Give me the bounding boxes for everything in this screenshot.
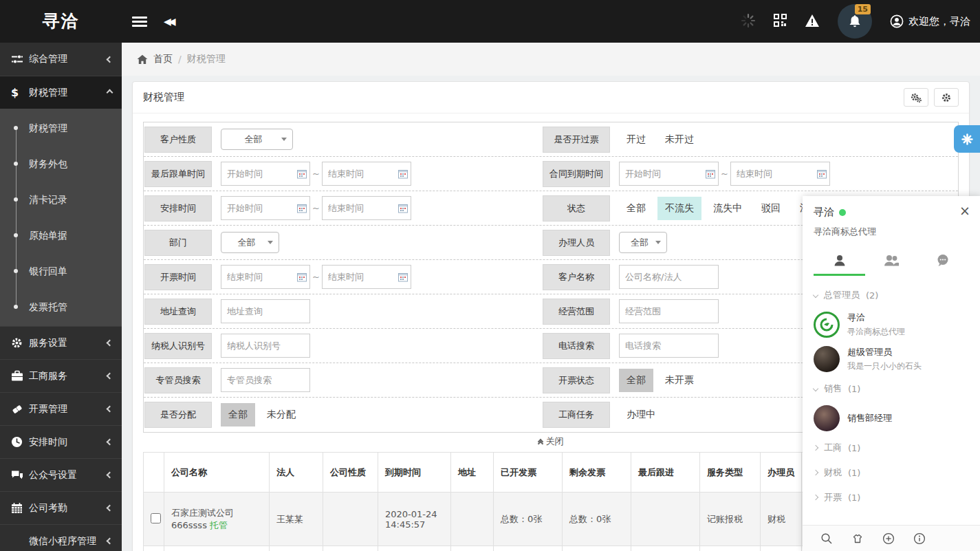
- double-back-icon[interactable]: ◀◀: [164, 16, 173, 27]
- sidebar-item-finance-tax[interactable]: $ 财税管理: [0, 76, 122, 109]
- sidebar: 综合管理 $ 财税管理 财税管理 财务外包 清卡记录 原始单据 银行回单 发票托…: [0, 43, 122, 551]
- taxpayer-id-input[interactable]: [221, 334, 310, 358]
- floating-widget-button[interactable]: [954, 125, 980, 153]
- col-handler: 办理员: [761, 453, 802, 493]
- shirt-icon[interactable]: [851, 533, 864, 544]
- cogs-button[interactable]: [904, 88, 928, 107]
- gear-icon: [11, 337, 29, 349]
- breadcrumb-current: 财税管理: [187, 53, 226, 65]
- caret-down-icon: [281, 138, 287, 141]
- option-invoice-status-none[interactable]: 未开票: [657, 369, 701, 392]
- group-business[interactable]: 工商 (1): [803, 435, 980, 460]
- customer-name-input[interactable]: [619, 265, 719, 289]
- calendar-picker-icon[interactable]: [297, 169, 307, 179]
- submenu-item-original-documents[interactable]: 原始单据: [0, 217, 122, 253]
- calendar-picker-icon[interactable]: [297, 272, 307, 282]
- calendar-picker-icon[interactable]: [398, 272, 408, 282]
- supervisor-search-input[interactable]: [221, 368, 310, 392]
- chat-member[interactable]: 销售部经理: [803, 401, 980, 435]
- warning-icon[interactable]: [805, 14, 820, 30]
- chat-bubble-icon: [936, 254, 950, 267]
- sidebar-item-official-account-settings[interactable]: 公众号设置: [0, 458, 122, 491]
- address-query-input[interactable]: [221, 299, 310, 323]
- option-task-processing[interactable]: 办理中: [619, 403, 663, 426]
- row-checkbox[interactable]: [151, 513, 161, 523]
- sidebar-item-wechat-miniprogram[interactable]: 微信小程序管理: [0, 524, 122, 551]
- submenu-item-finance-tax[interactable]: 财税管理: [0, 110, 122, 146]
- option-status-losing[interactable]: 流失中: [706, 197, 750, 220]
- filter-label-department: 部门: [144, 230, 212, 256]
- option-invoiced-no[interactable]: 未开过: [657, 128, 701, 151]
- handler-person-select[interactable]: 全部: [619, 232, 667, 253]
- sidebar-item-schedule-time[interactable]: 安排时间: [0, 425, 122, 458]
- option-unassigned[interactable]: 未分配: [259, 403, 303, 426]
- plus-circle-icon[interactable]: [882, 532, 895, 545]
- sliders-icon: [11, 53, 29, 65]
- chat-footer: [803, 525, 980, 551]
- sidebar-item-company-attendance[interactable]: 公司考勤: [0, 491, 122, 524]
- calendar-picker-icon[interactable]: [706, 169, 715, 179]
- contract-expire-start-input[interactable]: [619, 162, 719, 186]
- sidebar-item-business-services[interactable]: 工商服务: [0, 359, 122, 392]
- tab-contacts[interactable]: [814, 248, 865, 276]
- customer-nature-select[interactable]: 全部: [221, 129, 293, 150]
- filter-label-supervisor-search: 专管员搜索: [144, 367, 212, 393]
- phone-search-input[interactable]: [619, 334, 719, 358]
- cell-last-follow: [631, 493, 700, 546]
- gear-icon: [941, 93, 951, 102]
- double-chevron-up-icon: [538, 440, 543, 444]
- info-circle-icon[interactable]: [913, 532, 926, 545]
- sidebar-item-service-settings[interactable]: 服务设置: [0, 326, 122, 359]
- breadcrumb-home[interactable]: 首页: [153, 53, 173, 65]
- option-status-all[interactable]: 全部: [619, 197, 653, 220]
- submenu-item-finance-outsourcing[interactable]: 财务外包: [0, 146, 122, 182]
- group-invoicing[interactable]: 开票 (1): [803, 485, 980, 510]
- department-select[interactable]: 全部: [221, 232, 279, 253]
- qr-code-icon[interactable]: [774, 14, 787, 29]
- user-menu[interactable]: 欢迎您，寻洽: [890, 14, 970, 28]
- submenu-item-bank-receipts[interactable]: 银行回单: [0, 253, 122, 289]
- submenu-item-card-clear-records[interactable]: 清卡记录: [0, 182, 122, 217]
- col-service-type: 服务类型: [700, 453, 761, 493]
- chevron-right-icon: [813, 495, 818, 500]
- contract-expire-end-input[interactable]: [730, 162, 830, 186]
- close-icon[interactable]: ×: [959, 203, 970, 218]
- settings-button[interactable]: [934, 88, 959, 107]
- option-assigned-all[interactable]: 全部: [221, 403, 255, 426]
- submenu-item-invoice-hosting[interactable]: 发票托管: [0, 289, 122, 325]
- calendar-picker-icon[interactable]: [398, 204, 408, 213]
- option-invoiced-yes[interactable]: 开过: [619, 128, 653, 151]
- group-sales[interactable]: 销售 (1): [803, 376, 980, 401]
- chevron-left-icon: [107, 538, 113, 545]
- cell-company-nature: [323, 493, 378, 546]
- comments-icon: [11, 470, 29, 481]
- calendar-picker-icon[interactable]: [297, 204, 307, 213]
- app-logo: 寻洽: [0, 0, 122, 43]
- calendar-icon: [11, 502, 29, 514]
- sidebar-item-general-management[interactable]: 综合管理: [0, 43, 122, 76]
- tab-messages[interactable]: [917, 248, 969, 276]
- sidebar-item-invoicing-management[interactable]: 开票管理: [0, 392, 122, 425]
- filter-label-arrange-time: 安排时间: [144, 195, 212, 222]
- business-scope-input[interactable]: [619, 299, 719, 323]
- hamburger-menu-icon[interactable]: [132, 14, 147, 29]
- notifications-bell[interactable]: 15: [838, 4, 872, 39]
- option-status-not-lost[interactable]: 不流失: [657, 197, 701, 220]
- cell-company-name[interactable]: 石家庄测试公司 666ssss 托管: [164, 493, 270, 546]
- option-status-rejected[interactable]: 驳回: [754, 197, 788, 220]
- filter-label-customer-name: 客户名称: [543, 264, 610, 290]
- calendar-picker-icon[interactable]: [398, 169, 408, 179]
- chat-member[interactable]: 超级管理员 我是一只小小的石头: [803, 342, 980, 376]
- calendar-picker-icon[interactable]: [817, 169, 827, 179]
- chat-title: 寻洽: [814, 206, 834, 219]
- option-invoice-status-all[interactable]: 全部: [619, 369, 653, 392]
- chevron-left-icon: [107, 373, 113, 380]
- select-all-column: [144, 453, 164, 493]
- chat-member[interactable]: 寻洽 寻洽商标总代理: [803, 307, 980, 342]
- group-admins[interactable]: 总管理员 (2): [803, 283, 980, 307]
- search-icon[interactable]: [820, 532, 833, 545]
- tab-groups[interactable]: [865, 248, 917, 276]
- clock-icon: [11, 436, 29, 448]
- filter-row: 客户性质 全部 是否开过票 开过 未开过: [144, 122, 958, 157]
- group-finance[interactable]: 财税 (1): [803, 460, 980, 485]
